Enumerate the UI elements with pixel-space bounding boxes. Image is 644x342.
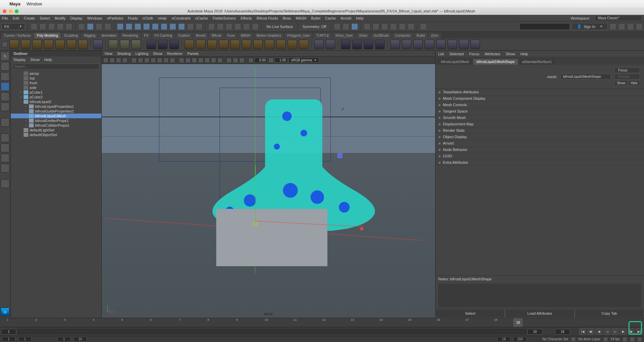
shelf-icon[interactable] xyxy=(21,40,30,49)
render-settings-icon[interactable] xyxy=(390,23,397,30)
shelf-menu-icon[interactable] xyxy=(2,42,7,47)
main-menu-item[interactable]: nConstraint xyxy=(171,16,190,20)
render-icon-2[interactable] xyxy=(351,23,358,30)
shelf-icon[interactable] xyxy=(436,40,446,49)
vp-exposure-icon[interactable] xyxy=(248,58,254,63)
shelf-tab[interactable]: Poly Modeling xyxy=(34,33,61,38)
construction-history-icon[interactable] xyxy=(334,23,341,30)
anim-layer-menu-icon[interactable] xyxy=(603,337,608,342)
shelf-icon[interactable] xyxy=(108,40,118,49)
manipulator-y-axis[interactable] xyxy=(255,165,256,224)
scale-tool-icon[interactable] xyxy=(1,102,9,111)
shelf-icon[interactable] xyxy=(131,40,141,49)
attr-section-header[interactable]: ▶Tessellation Attributes xyxy=(436,89,644,95)
shelf-icon[interactable] xyxy=(32,40,42,49)
status-char-set[interactable]: No Character Set xyxy=(542,337,568,341)
save-scene-icon[interactable] xyxy=(48,23,55,30)
shelf-tab[interactable]: Conductor xyxy=(392,33,413,38)
attr-section-header[interactable]: ▶Tangent Space xyxy=(436,108,644,115)
shelf-icon[interactable] xyxy=(67,40,76,49)
paint-select-tool-icon[interactable] xyxy=(1,72,9,81)
vp-gamma-icon[interactable] xyxy=(268,58,274,63)
outliner-toggle-icon[interactable] xyxy=(1,179,9,188)
status-num-1[interactable]: 1 xyxy=(2,337,15,342)
outliner-item[interactable]: top xyxy=(11,76,101,81)
render-pause-icon[interactable] xyxy=(399,23,406,30)
snap-point-icon[interactable] xyxy=(226,23,232,30)
range-anim-end[interactable]: 18 xyxy=(555,329,570,335)
attr-node-name-input[interactable]: bifrostLiquid1MeshShape xyxy=(560,74,611,80)
shelf-icon[interactable] xyxy=(471,40,480,49)
attr-notes-input[interactable] xyxy=(438,284,641,307)
make-live-icon[interactable] xyxy=(252,23,259,30)
shelf-icon[interactable] xyxy=(219,40,228,49)
play-back-button[interactable]: ◁ xyxy=(604,328,610,335)
snap-curve-icon[interactable] xyxy=(217,23,224,30)
modeling-toolkit-icon[interactable] xyxy=(636,23,643,30)
shelf-icon[interactable] xyxy=(314,40,324,49)
prev-key-button[interactable]: ◀ xyxy=(595,328,602,335)
status-end-2[interactable]: 200 xyxy=(513,337,527,342)
signin-button[interactable]: 👤Sign In▼ xyxy=(572,23,608,30)
expand-toggle-icon[interactable]: + xyxy=(24,110,28,113)
layout-single-icon[interactable] xyxy=(1,133,9,142)
main-menu-item[interactable]: Display xyxy=(70,16,83,20)
vp-select-camera-icon[interactable] xyxy=(103,58,108,63)
shelf-icon[interactable] xyxy=(44,40,53,49)
vp-isolate-icon[interactable] xyxy=(226,58,232,63)
attr-bottom-button[interactable]: Copy Tab xyxy=(575,309,644,318)
attr-menu-item[interactable]: Attributes xyxy=(485,52,500,56)
attr-hide-button[interactable]: Hide xyxy=(628,80,640,86)
menu-set-dropdown[interactable]: FX▼ xyxy=(1,23,25,30)
shelf-tab[interactable]: FX xyxy=(141,33,151,38)
attr-menu-item[interactable]: Focus xyxy=(469,52,479,56)
expand-toggle-icon[interactable]: + xyxy=(19,91,22,94)
shelf-icon[interactable] xyxy=(413,40,423,49)
undo-icon[interactable] xyxy=(57,23,64,30)
vp-xray-icon[interactable] xyxy=(233,58,238,63)
step-back-button[interactable]: ◀| xyxy=(587,328,594,335)
viewport-menu-item[interactable]: Lighting xyxy=(135,52,149,56)
shelf-tab[interactable]: Sculpting xyxy=(61,33,80,38)
shelf-icon[interactable] xyxy=(253,40,263,49)
shelf-icon[interactable] xyxy=(352,40,362,49)
select-object-icon[interactable] xyxy=(96,23,102,30)
symmetry-label[interactable]: Symmetry: Off xyxy=(300,25,328,29)
attr-menu-item[interactable]: Show xyxy=(506,52,515,56)
select-mode-icon[interactable] xyxy=(78,23,85,30)
mask-icon-1[interactable] xyxy=(117,23,124,30)
time-ruler[interactable]: 18 123456789101112131415161718 xyxy=(0,318,644,327)
set-key-icon[interactable] xyxy=(630,337,635,342)
minimize-window-icon[interactable] xyxy=(9,9,12,13)
vp-gate-mask-icon[interactable] xyxy=(151,58,156,63)
vp-lock-camera-icon[interactable] xyxy=(109,58,115,63)
main-menu-item[interactable]: File xyxy=(2,16,8,20)
render-frame-icon[interactable] xyxy=(373,23,379,30)
outliner-item[interactable]: +bifrostColliderProps1 xyxy=(11,123,101,128)
shelf-icon[interactable] xyxy=(242,40,251,49)
attr-menu-item[interactable]: List xyxy=(438,52,444,56)
attr-section-header[interactable]: ▶Mesh Component Display xyxy=(436,95,644,102)
current-frame-marker[interactable]: 18 xyxy=(513,318,523,327)
attr-tab[interactable]: aiStandardSurface1 xyxy=(519,59,555,65)
outliner-item[interactable]: +pCube2 xyxy=(11,95,101,99)
status-num-4[interactable]: 18 xyxy=(73,337,87,342)
main-menu-item[interactable]: nParticles xyxy=(107,16,123,20)
shelf-icon[interactable] xyxy=(288,40,297,49)
shelf-tab[interactable]: FX Caching xyxy=(152,33,175,38)
attr-menu-item[interactable]: Selected xyxy=(449,52,464,56)
vp-film-gate-icon[interactable] xyxy=(138,58,143,63)
play-forward-button[interactable]: ▷ xyxy=(612,328,618,335)
outliner-item[interactable]: persp xyxy=(11,71,101,76)
shelf-icon[interactable] xyxy=(147,40,156,49)
viewport-menu-item[interactable]: Show xyxy=(153,52,163,56)
shelf-tab[interactable]: Zync xyxy=(428,33,441,38)
shelf-icon[interactable] xyxy=(120,40,129,49)
status-num-3[interactable]: 1 xyxy=(57,337,71,342)
attr-focus-button[interactable]: Focus xyxy=(614,67,640,73)
main-menu-item[interactable]: Arnold xyxy=(341,16,351,20)
range-slider[interactable] xyxy=(18,329,526,334)
shelf-icon[interactable] xyxy=(448,40,457,49)
shelf-tab[interactable]: Custom xyxy=(175,33,192,38)
attr-toggle-icon[interactable] xyxy=(618,23,625,30)
